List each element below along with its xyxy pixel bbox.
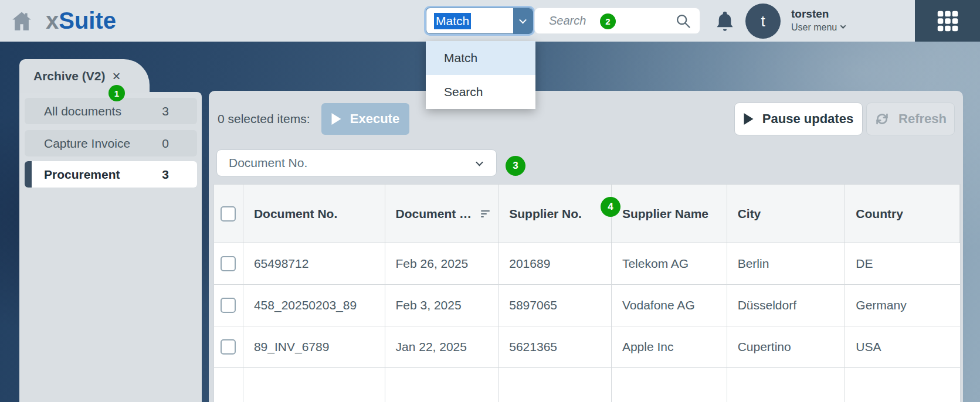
pause-updates-label: Pause updates (762, 111, 853, 127)
annotation-badge-2: 2 (600, 13, 616, 29)
cell-supplier-no: 5897065 (499, 285, 612, 326)
menu-item-match[interactable]: Match (426, 41, 535, 75)
table-header-row: Document No. Document … Supplier No. Sup… (214, 185, 960, 243)
sidebar: All documents 3 Capture Invoice 0 Procur… (19, 92, 202, 402)
search-scope-select[interactable]: Match (426, 8, 533, 34)
annotation-badge-4: 4 (601, 197, 620, 217)
sidebar-item-label: Procurement (44, 168, 120, 182)
table-row[interactable]: 458_20250203_89 Feb 3, 2025 5897065 Voda… (214, 285, 960, 326)
app-window: xSuite Match 2 t torsten (0, 0, 980, 402)
user-avatar[interactable]: t (745, 4, 781, 39)
cell-supplier-no: 201689 (499, 243, 612, 284)
menu-item-search[interactable]: Search (426, 75, 535, 109)
main-panel: 0 selected items: Execute Pause updates … (209, 91, 963, 402)
close-icon[interactable]: × (113, 69, 121, 83)
user-menu-label: User menu (791, 22, 837, 33)
cell-document-date: Feb 26, 2025 (385, 243, 499, 284)
chevron-down-icon (476, 158, 483, 166)
column-header-supplier-no[interactable]: Supplier No. (499, 185, 612, 243)
filter-icon[interactable] (481, 210, 490, 217)
notifications-bell-icon[interactable] (713, 9, 737, 33)
chevron-down-icon[interactable] (513, 8, 533, 33)
play-icon (331, 113, 341, 125)
cell-city: Berlin (727, 243, 846, 284)
search-field[interactable]: 2 (534, 8, 700, 34)
sidebar-item-count: 3 (162, 104, 169, 118)
annotation-badge-3: 3 (506, 156, 525, 176)
cell-supplier-name: Vodafone AG (612, 285, 727, 326)
app-header: xSuite Match 2 t torsten (0, 0, 980, 42)
user-name: torsten (791, 8, 845, 21)
refresh-button[interactable]: Refresh (866, 103, 955, 135)
refresh-label: Refresh (898, 111, 947, 127)
logo-suite: Suite (59, 8, 116, 33)
sidebar-item-capture-invoice[interactable]: Capture Invoice 0 (25, 130, 197, 156)
cell-country: Germany (845, 285, 960, 326)
column-header-supplier-name[interactable]: Supplier Name (612, 185, 727, 243)
cell-country: DE (845, 243, 960, 284)
chevron-down-icon (840, 23, 846, 29)
xsuite-logo: xSuite (46, 8, 116, 34)
cell-supplier-name: Telekom AG (612, 243, 727, 284)
cell-supplier-no: 5621365 (499, 326, 612, 367)
cell-document-no: 458_20250203_89 (243, 285, 385, 326)
annotation-badge-1: 1 (108, 85, 125, 101)
sidebar-item-all-documents[interactable]: All documents 3 (25, 98, 197, 124)
apps-grid-icon (934, 8, 961, 35)
avatar-initial: t (761, 12, 765, 30)
column-header-document-date[interactable]: Document … (385, 185, 499, 243)
pause-updates-button[interactable]: Pause updates (734, 103, 863, 135)
sidebar-item-label: Capture Invoice (44, 137, 130, 151)
row-checkbox[interactable] (221, 339, 236, 355)
table-row[interactable]: 65498712 Feb 26, 2025 201689 Telekom AG … (214, 243, 960, 285)
search-icon[interactable] (675, 13, 691, 29)
cell-document-date: Feb 3, 2025 (385, 285, 499, 326)
execute-button[interactable]: Execute (321, 103, 409, 135)
play-icon (744, 113, 754, 125)
cell-document-no: 65498712 (243, 243, 385, 284)
column-header-document-no[interactable]: Document No. (243, 185, 385, 243)
cell-city: Düsseldorf (727, 285, 846, 326)
cell-document-date: Jan 22, 2025 (385, 326, 499, 367)
cell-document-no: 89_INV_6789 (243, 326, 385, 367)
user-menu[interactable]: torsten User menu (791, 8, 845, 33)
search-scope-value: Match (434, 13, 471, 29)
execute-label: Execute (350, 111, 399, 127)
cell-city: Cupertino (727, 326, 846, 367)
row-checkbox[interactable] (221, 256, 236, 271)
scope-dropdown-menu: Match Search (426, 41, 535, 109)
sidebar-item-label: All documents (44, 104, 121, 118)
logo-x: x (46, 8, 59, 33)
select-all-checkbox[interactable] (221, 206, 236, 222)
column-header-city[interactable]: City (727, 185, 846, 243)
column-header-country[interactable]: Country (845, 185, 960, 243)
apps-grid-button[interactable] (915, 0, 980, 42)
search-input[interactable] (549, 8, 596, 33)
tab-label: Archive (V2) (33, 69, 106, 83)
tab-archive-v2[interactable]: Archive (V2) × (19, 59, 150, 93)
cell-country: USA (845, 326, 960, 367)
sidebar-item-count: 0 (162, 137, 169, 151)
table-empty-row (214, 368, 960, 402)
table-row[interactable]: 89_INV_6789 Jan 22, 2025 5621365 Apple I… (214, 326, 960, 368)
home-icon[interactable] (9, 9, 34, 33)
cell-supplier-name: Apple Inc (612, 326, 727, 367)
row-checkbox[interactable] (221, 298, 236, 313)
sidebar-item-procurement[interactable]: Procurement 3 (25, 161, 197, 188)
refresh-icon (874, 111, 890, 127)
column-filter-select[interactable]: Document No. (216, 149, 497, 176)
documents-table: Document No. Document … Supplier No. Sup… (213, 184, 961, 402)
selected-items-text: 0 selected items: (218, 112, 310, 126)
sidebar-item-count: 3 (162, 168, 169, 182)
column-filter-value: Document No. (229, 156, 307, 170)
